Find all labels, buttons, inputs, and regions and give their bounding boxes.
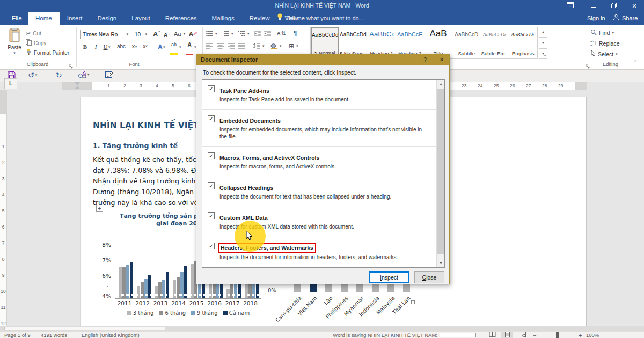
justify-button[interactable] bbox=[238, 42, 245, 50]
change-case-button[interactable]: Aa▾ bbox=[174, 30, 185, 38]
sign-in-button[interactable]: Sign in bbox=[587, 12, 605, 25]
tab-home[interactable]: Home bbox=[28, 12, 60, 25]
page-indicator[interactable]: Page 1 of 9 bbox=[4, 332, 31, 338]
tab-insert[interactable]: Insert bbox=[60, 12, 90, 25]
ribbon-display-options-icon[interactable] bbox=[560, 0, 580, 12]
styles-scroll-down[interactable]: ▼ bbox=[539, 38, 547, 48]
undo-button[interactable]: ↺▾ bbox=[28, 71, 37, 79]
font-color-button[interactable]: A bbox=[186, 42, 193, 57]
superscript-button[interactable]: x² bbox=[141, 42, 150, 51]
inspector-item[interactable]: ✓Task Pane Add-insInspects for Task Pane… bbox=[202, 80, 436, 109]
checkbox[interactable]: ✓ bbox=[208, 212, 215, 219]
horizontal-scrollbar[interactable] bbox=[0, 326, 644, 331]
checkbox[interactable]: ✓ bbox=[208, 243, 215, 249]
draw-shapes-button[interactable]: ▾ bbox=[78, 71, 90, 78]
close-button[interactable]: Close bbox=[414, 271, 444, 283]
line-spacing-button[interactable]: ▾ bbox=[253, 42, 265, 50]
hanging-indent-marker[interactable] bbox=[75, 86, 80, 89]
italic-button[interactable]: I bbox=[91, 42, 100, 51]
minimize-button[interactable] bbox=[584, 0, 603, 12]
text-highlight-button[interactable]: ab bbox=[170, 42, 178, 57]
highlight-dropdown[interactable]: ▾ bbox=[179, 45, 181, 49]
subscript-button[interactable]: x₂ bbox=[130, 42, 139, 51]
show-paragraph-marks-button[interactable]: ¶ bbox=[293, 29, 297, 38]
table-resize-handle[interactable] bbox=[411, 300, 415, 304]
style-subtitle[interactable]: AaBbCcDSubtitle bbox=[453, 27, 480, 58]
bullets-button[interactable]: ▾ bbox=[206, 30, 217, 38]
dialog-help-button[interactable]: ? bbox=[418, 54, 432, 65]
select-button[interactable]: Select▾ bbox=[590, 50, 618, 58]
close-window-button[interactable]: ✕ bbox=[625, 0, 644, 12]
zoom-slider-thumb[interactable] bbox=[556, 332, 559, 338]
inspector-item[interactable]: ✓Macros, Forms, and ActiveX ControlsInsp… bbox=[202, 146, 436, 177]
markup-button[interactable] bbox=[105, 71, 113, 78]
replace-button[interactable]: abac Replace bbox=[590, 39, 620, 48]
web-layout-button[interactable] bbox=[516, 332, 528, 338]
tab-layout[interactable]: Layout bbox=[124, 12, 158, 25]
word-count[interactable]: 4191 words bbox=[41, 332, 67, 338]
table-move-handle[interactable]: + bbox=[96, 205, 103, 212]
font-name-combo[interactable]: Times New Ro▾ bbox=[80, 30, 130, 39]
grow-font-button[interactable]: Aˆ bbox=[153, 30, 160, 38]
tab-references[interactable]: References bbox=[158, 12, 204, 25]
share-button[interactable]: Share bbox=[613, 12, 638, 25]
inspector-item[interactable]: ✓Invisible ContentInspects the document … bbox=[202, 267, 436, 268]
h-scrollbar-thumb[interactable] bbox=[4, 327, 165, 330]
scrollbar-thumb[interactable] bbox=[437, 89, 444, 254]
find-button[interactable]: Find▾ bbox=[590, 28, 614, 37]
vertical-ruler[interactable]: 123456789101112 bbox=[0, 90, 7, 326]
read-mode-button[interactable] bbox=[486, 332, 498, 338]
collapse-ribbon-button[interactable]: ⌃ bbox=[633, 60, 638, 65]
format-painter-button[interactable]: Format Painter bbox=[26, 48, 69, 57]
inspect-button[interactable]: Inspect bbox=[369, 271, 409, 283]
paste-button[interactable]: Paste ▾ bbox=[4, 28, 25, 60]
zoom-in-button[interactable]: + bbox=[579, 332, 582, 338]
sort-button[interactable]: A⇅ bbox=[277, 29, 286, 38]
tab-stop-selector[interactable]: L bbox=[4, 78, 17, 89]
redo-button[interactable]: ↻ bbox=[56, 71, 62, 79]
inspector-item[interactable]: ✓Embedded DocumentsInspects for embedded… bbox=[202, 109, 436, 146]
dialog-close-icon[interactable]: ✕ bbox=[435, 54, 449, 65]
dialog-title-bar[interactable]: Document Inspector ? ✕ bbox=[196, 54, 449, 65]
bold-button[interactable]: B bbox=[80, 42, 90, 51]
checkbox[interactable]: ✓ bbox=[208, 182, 215, 189]
shrink-font-button[interactable]: Aˇ bbox=[164, 31, 170, 39]
zoom-out-button[interactable]: − bbox=[533, 332, 536, 338]
styles-more-button[interactable]: ▼̲ bbox=[539, 48, 547, 59]
checkbox[interactable]: ✓ bbox=[208, 85, 215, 92]
increase-indent-button[interactable] bbox=[264, 30, 271, 38]
borders-button[interactable]: ⊞▾ bbox=[289, 42, 298, 50]
font-size-combo[interactable]: 10▾ bbox=[133, 30, 149, 39]
print-layout-button[interactable] bbox=[501, 332, 513, 338]
scroll-down-arrow[interactable]: ▼ bbox=[437, 259, 445, 267]
font-color-dropdown[interactable]: ▾ bbox=[194, 45, 196, 49]
shading-button[interactable]: ▾ bbox=[270, 42, 282, 50]
checkbox[interactable]: ✓ bbox=[208, 115, 215, 122]
tab-file[interactable]: File bbox=[4, 12, 30, 25]
scroll-up-arrow[interactable]: ▲ bbox=[437, 80, 445, 88]
align-center-button[interactable] bbox=[217, 42, 224, 50]
clear-formatting-button[interactable]: A bbox=[189, 30, 197, 38]
cut-button[interactable]: ✂ Cut bbox=[26, 29, 41, 38]
first-line-indent-marker[interactable] bbox=[75, 82, 80, 85]
inspector-item[interactable]: ✓Collapsed HeadingsInspects the document… bbox=[202, 177, 436, 207]
tab-design[interactable]: Design bbox=[90, 12, 124, 25]
restore-button[interactable] bbox=[604, 0, 624, 12]
text-effects-dropdown[interactable]: ▾ bbox=[163, 45, 165, 49]
tell-me-box[interactable]: Tell me what you want to do... bbox=[277, 12, 364, 25]
align-right-button[interactable] bbox=[228, 42, 235, 50]
decrease-indent-button[interactable] bbox=[254, 30, 261, 38]
tab-mailings[interactable]: Mailings bbox=[204, 12, 242, 25]
styles-scroll-up[interactable]: ▲ bbox=[539, 27, 547, 38]
numbering-button[interactable]: ▾ bbox=[222, 30, 233, 38]
align-left-button[interactable] bbox=[206, 42, 213, 50]
style-subtle-em-[interactable]: AaBbCcDcSubtle Em... bbox=[481, 27, 509, 58]
style-emphasis[interactable]: AaBbCcDcEmphasis bbox=[509, 27, 537, 58]
zoom-level[interactable]: 100% bbox=[586, 332, 599, 338]
list-scrollbar[interactable]: ▲ ▼ bbox=[436, 80, 444, 267]
language-indicator[interactable]: English (United Kingdom) bbox=[82, 332, 140, 338]
checkbox[interactable]: ✓ bbox=[208, 152, 215, 159]
strikethrough-button[interactable]: abc bbox=[115, 42, 128, 51]
tab-review[interactable]: Review bbox=[242, 12, 277, 25]
multilevel-list-button[interactable]: ▾ bbox=[238, 30, 250, 38]
